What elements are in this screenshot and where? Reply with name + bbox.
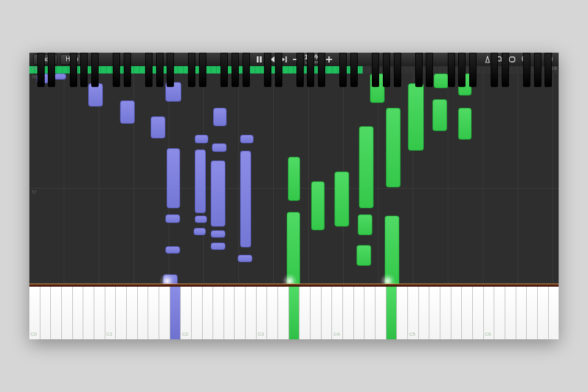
white-key[interactable] xyxy=(364,287,375,339)
white-key[interactable]: C5 xyxy=(408,287,419,339)
octave-label: C5 xyxy=(409,331,415,337)
white-key[interactable] xyxy=(397,287,408,339)
speed-display: 100% 134 BPM xyxy=(304,55,320,64)
marker-icon[interactable] xyxy=(521,56,528,63)
white-key[interactable]: C0 xyxy=(29,287,40,339)
minus-icon[interactable] xyxy=(292,56,300,63)
white-key[interactable] xyxy=(83,287,94,339)
note-roll: 58 57 xyxy=(29,74,559,284)
speed-bpm: 134 BPM xyxy=(305,61,320,64)
white-key[interactable]: C6 xyxy=(484,287,495,339)
hand-icon[interactable] xyxy=(533,56,540,63)
note-blue xyxy=(195,149,206,213)
white-key[interactable] xyxy=(159,287,170,339)
white-key[interactable] xyxy=(40,287,51,339)
white-key[interactable] xyxy=(127,287,138,339)
measure-lower: 57 xyxy=(32,190,37,194)
white-key[interactable] xyxy=(494,287,505,339)
white-key[interactable] xyxy=(62,287,73,339)
note-green xyxy=(288,157,300,201)
white-key[interactable] xyxy=(51,287,62,339)
white-key[interactable] xyxy=(235,287,246,339)
white-key[interactable] xyxy=(267,287,278,339)
piano-keyboard[interactable]: C0C1C2C3C4C5C6 xyxy=(29,287,559,339)
white-key[interactable] xyxy=(343,287,354,339)
white-key[interactable] xyxy=(462,287,473,339)
white-key[interactable] xyxy=(170,287,181,339)
app-window: Back Help 100% 134 BPM 1:01.9 1:35.9 xyxy=(29,53,559,339)
note-blue xyxy=(212,143,227,152)
white-key[interactable] xyxy=(311,287,322,339)
metronome-icon[interactable] xyxy=(484,56,491,63)
white-key[interactable] xyxy=(300,287,311,339)
display-icon[interactable] xyxy=(545,56,552,63)
note-green xyxy=(458,108,472,140)
white-key[interactable] xyxy=(505,287,516,339)
svg-rect-5 xyxy=(285,56,287,62)
next-icon[interactable] xyxy=(280,56,287,63)
white-key[interactable] xyxy=(116,287,127,339)
note-green xyxy=(408,83,424,151)
svg-rect-2 xyxy=(268,56,270,62)
white-key[interactable] xyxy=(429,287,440,339)
measure-upper: 58 xyxy=(32,75,37,79)
note-blue xyxy=(167,148,180,208)
svg-marker-4 xyxy=(281,56,285,62)
note-blue xyxy=(240,135,254,143)
white-key[interactable] xyxy=(386,287,398,339)
plus-icon[interactable] xyxy=(325,56,333,63)
white-key[interactable] xyxy=(73,287,84,339)
white-key[interactable]: C4 xyxy=(332,287,343,339)
white-key[interactable] xyxy=(375,287,386,339)
white-key[interactable]: C1 xyxy=(105,287,116,339)
prev-icon[interactable] xyxy=(268,56,275,63)
white-key[interactable] xyxy=(440,287,451,339)
octave-label: C4 xyxy=(333,331,339,337)
note-blue xyxy=(240,151,251,247)
note-blue xyxy=(88,83,103,107)
loop-icon[interactable] xyxy=(508,56,516,63)
white-key[interactable] xyxy=(246,287,257,339)
note-green xyxy=(358,214,372,235)
white-key[interactable] xyxy=(527,287,538,339)
note-blue xyxy=(163,274,178,284)
note-green xyxy=(432,99,447,131)
white-key[interactable] xyxy=(278,287,289,339)
note-green xyxy=(370,74,385,103)
note-green xyxy=(458,74,472,96)
note-blue xyxy=(165,82,181,102)
white-key[interactable] xyxy=(138,287,149,339)
help-button[interactable]: Help xyxy=(60,54,84,65)
note-green xyxy=(385,216,399,284)
back-button[interactable]: Back xyxy=(33,54,58,65)
note-blue xyxy=(195,216,207,223)
zoom-icon[interactable] xyxy=(496,56,503,63)
white-key[interactable] xyxy=(549,287,559,339)
white-key[interactable] xyxy=(473,287,484,339)
svg-rect-12 xyxy=(510,57,515,62)
white-key[interactable] xyxy=(354,287,365,339)
white-key[interactable] xyxy=(94,287,105,339)
note-blue xyxy=(194,228,206,235)
svg-marker-3 xyxy=(270,56,274,62)
white-key[interactable] xyxy=(203,287,214,339)
white-key[interactable] xyxy=(322,287,333,339)
white-key[interactable] xyxy=(419,287,430,339)
note-green xyxy=(359,126,374,208)
pause-icon[interactable] xyxy=(255,56,263,63)
svg-line-11 xyxy=(501,61,503,62)
white-key[interactable] xyxy=(538,287,549,339)
white-key[interactable] xyxy=(451,287,462,339)
note-blue xyxy=(195,135,208,143)
note-blue xyxy=(151,116,165,138)
white-key[interactable] xyxy=(289,287,300,339)
white-key[interactable] xyxy=(213,287,224,339)
white-key[interactable] xyxy=(148,287,159,339)
white-key[interactable] xyxy=(224,287,235,339)
white-key[interactable] xyxy=(192,287,203,339)
white-key[interactable]: C2 xyxy=(181,287,192,339)
white-key[interactable] xyxy=(516,287,527,339)
octave-label: C2 xyxy=(182,331,188,337)
white-key[interactable]: C3 xyxy=(257,287,268,339)
svg-rect-8 xyxy=(326,59,332,60)
